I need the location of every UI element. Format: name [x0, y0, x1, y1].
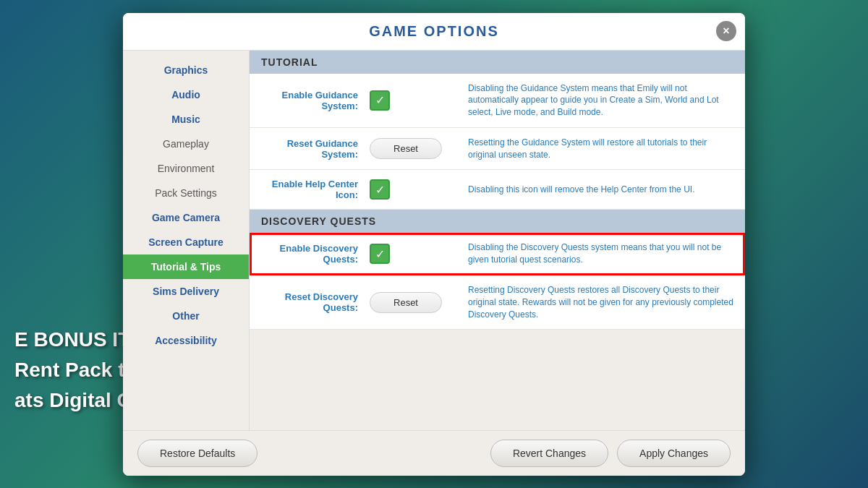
sidebar-item-gameplay[interactable]: Gameplay	[123, 132, 249, 156]
enable-discovery-quests-checkbox[interactable]: ✓	[370, 244, 390, 264]
sidebar-item-screen-capture[interactable]: Screen Capture	[123, 230, 249, 254]
enable-help-center-icon-desc: Disabling this icon will remove the Help…	[456, 184, 733, 196]
sidebar-item-accessibility[interactable]: Accessibility	[123, 328, 249, 353]
enable-guidance-system-control: ✓	[370, 90, 456, 111]
enable-guidance-system-row: Enable Guidance System: ✓ Disabling the …	[250, 74, 745, 128]
reset-guidance-system-control: Reset	[370, 138, 456, 159]
enable-discovery-quests-desc: Disabling the Discovery Quests system me…	[456, 241, 733, 266]
sidebar-item-music[interactable]: Music	[123, 107, 249, 132]
modal-footer: Restore Defaults Revert Changes Apply Ch…	[123, 430, 745, 476]
sidebar-item-other[interactable]: Other	[123, 304, 249, 328]
game-options-modal: Game Options × Graphics Audio Music Game…	[123, 13, 745, 476]
enable-discovery-quests-control: ✓	[370, 244, 456, 264]
reset-guidance-system-row: Reset Guidance System: Reset Resetting t…	[250, 128, 745, 171]
reset-discovery-quests-row: Reset Discovery Quests: Reset Resetting …	[250, 275, 745, 330]
reset-discovery-quests-label: Reset Discovery Quests:	[261, 291, 370, 313]
sidebar: Graphics Audio Music Gameplay Environmen…	[123, 51, 250, 430]
modal-header: Game Options ×	[123, 13, 745, 51]
footer-right-buttons: Revert Changes Apply Changes	[490, 440, 731, 467]
enable-help-center-icon-control: ✓	[370, 179, 456, 200]
main-content: Tutorial Enable Guidance System: ✓ Disab…	[250, 51, 745, 430]
enable-discovery-quests-row: Enable Discovery Quests: ✓ Disabling the…	[250, 233, 745, 275]
enable-help-center-icon-label: Enable Help Center Icon:	[261, 179, 370, 200]
close-button[interactable]: ×	[716, 21, 736, 41]
sidebar-item-graphics[interactable]: Graphics	[123, 58, 249, 82]
reset-discovery-quests-button[interactable]: Reset	[370, 292, 442, 313]
enable-guidance-system-desc: Disabling the Guidance System means that…	[456, 82, 733, 119]
enable-guidance-system-label: Enable Guidance System:	[261, 90, 370, 111]
modal-title: Game Options	[369, 23, 499, 39]
enable-discovery-quests-label: Enable Discovery Quests:	[261, 243, 370, 265]
sidebar-item-environment[interactable]: Environment	[123, 156, 249, 181]
revert-changes-button[interactable]: Revert Changes	[490, 440, 608, 467]
sidebar-item-tutorial-tips[interactable]: Tutorial & Tips	[123, 254, 249, 279]
enable-help-center-icon-checkbox[interactable]: ✓	[370, 179, 390, 200]
reset-guidance-system-button[interactable]: Reset	[370, 138, 442, 159]
enable-help-center-icon-row: Enable Help Center Icon: ✓ Disabling thi…	[250, 170, 745, 210]
tutorial-section-header: Tutorial	[250, 51, 745, 74]
modal-overlay: Game Options × Graphics Audio Music Game…	[0, 0, 868, 488]
sidebar-item-pack-settings[interactable]: Pack Settings	[123, 181, 249, 205]
apply-changes-button[interactable]: Apply Changes	[617, 440, 731, 467]
sidebar-item-audio[interactable]: Audio	[123, 82, 249, 107]
reset-discovery-quests-desc: Resetting Discovery Quests restores all …	[456, 284, 733, 320]
reset-guidance-system-label: Reset Guidance System:	[261, 138, 370, 160]
enable-guidance-system-checkbox[interactable]: ✓	[370, 90, 390, 111]
restore-defaults-button[interactable]: Restore Defaults	[137, 440, 258, 467]
reset-discovery-quests-control: Reset	[370, 292, 456, 313]
sidebar-item-sims-delivery[interactable]: Sims Delivery	[123, 279, 249, 304]
modal-body: Graphics Audio Music Gameplay Environmen…	[123, 51, 745, 430]
sidebar-item-game-camera[interactable]: Game Camera	[123, 205, 249, 230]
discovery-quests-section-header: Discovery Quests	[250, 210, 745, 233]
reset-guidance-system-desc: Resetting the Guidance System will resto…	[456, 137, 733, 161]
